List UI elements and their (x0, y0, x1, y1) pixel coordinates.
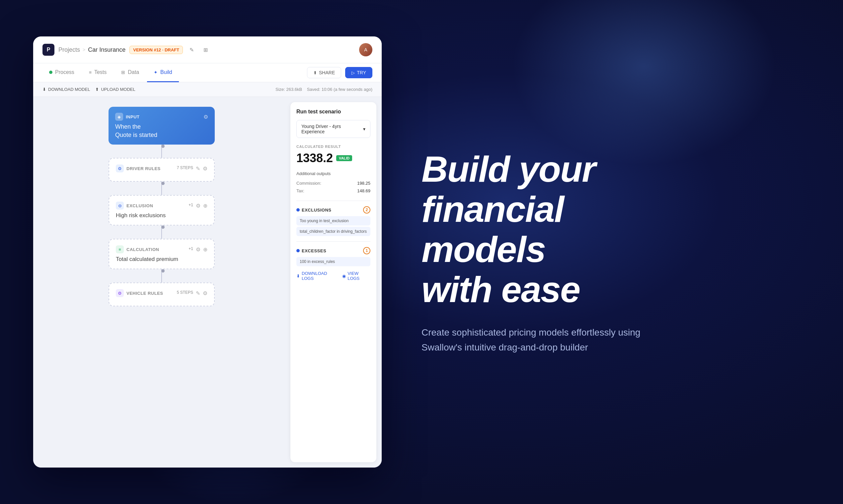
header-left: P Projects > Car Insurance VERSION #12 ·… (42, 44, 211, 56)
input-node[interactable]: ◈ INPUT ⚙ When the Quote is started (108, 107, 215, 145)
excess-item-1: 100 in excess_rules (296, 257, 371, 266)
input-node-icon: ◈ (115, 113, 123, 121)
connector-3 (161, 226, 162, 239)
tax-value: 148.69 (357, 188, 371, 193)
exclusion-actions: +1 ⚙ ⊕ (189, 203, 207, 209)
vehicle-rules-edit-icon[interactable]: ✎ (196, 290, 200, 296)
build-icon: ✦ (154, 70, 158, 75)
calc-add-icon[interactable]: ⊕ (203, 246, 207, 253)
calc-actions: +1 ⚙ ⊕ (189, 246, 207, 253)
exclusion-settings-icon[interactable]: ⚙ (196, 203, 201, 209)
driver-rules-steps: 7 STEPS (177, 165, 193, 172)
headline-line2: financial (422, 189, 564, 230)
scenario-chevron: ▾ (363, 126, 365, 132)
test-panel: Run test scenario Young Driver - 4yrs Ex… (290, 102, 376, 462)
driver-rules-node[interactable]: ⚙ DRIVER RULES 7 STEPS ✎ ⚙ (108, 158, 215, 182)
tab-tests[interactable]: ≡ Tests (82, 63, 114, 82)
tab-tests-label: Tests (94, 69, 106, 75)
headline-line4: with ease (422, 269, 580, 310)
breadcrumb: Projects > Car Insurance (58, 47, 125, 53)
share-button[interactable]: ⬆ SHARE (307, 67, 341, 78)
calculated-value-row: 1338.2 VALID (296, 151, 371, 165)
additional-outputs-title: Additional outputs (296, 171, 371, 176)
vehicle-rules-node[interactable]: ⚙ VEHICLE RULES 5 STEPS ✎ ⚙ (108, 283, 215, 306)
app-window: P Projects > Car Insurance VERSION #12 ·… (33, 36, 382, 468)
exclusion-add-icon[interactable]: ⊕ (203, 203, 207, 209)
exclusion-node-container: ⊖ EXCLUSION +1 ⚙ ⊕ High risk exclusions (108, 195, 215, 226)
connector-dot-1 (161, 145, 165, 148)
tab-data[interactable]: ⊞ Data (115, 63, 146, 82)
input-node-type: INPUT (126, 114, 140, 119)
test-panel-title: Run test scenario (296, 109, 371, 115)
driver-rules-settings-icon[interactable]: ⚙ (203, 165, 207, 172)
breadcrumb-current[interactable]: Car Insurance (88, 47, 125, 53)
excesses-header: EXCESSES 1 (296, 247, 371, 254)
input-settings-icon[interactable]: ⚙ (204, 114, 208, 120)
exclusion-type: EXCLUSION (126, 203, 153, 208)
download-label: DOWNLOAD MODEL (48, 87, 90, 92)
try-button[interactable]: ▷ TRY (345, 67, 372, 78)
output-tax: Tax: 148.69 (296, 187, 371, 195)
download-logs-button[interactable]: ⬇ DOWNLOAD LOGS (296, 271, 338, 281)
process-dot (49, 71, 52, 74)
view-logs-button[interactable]: ◉ VIEW LOGS (342, 271, 371, 281)
more-icon[interactable]: ⊞ (201, 45, 211, 55)
hero-headline: Build your financial models with ease (422, 149, 783, 309)
input-node-title: When the (115, 123, 208, 130)
calculated-number: 1338.2 (296, 151, 333, 165)
tax-label: Tax: (296, 188, 304, 193)
download-logs-icon: ⬇ (296, 273, 300, 278)
result-section: CALCULATED RESULT 1338.2 VALID (296, 145, 371, 165)
exclusion-count: +1 (189, 203, 193, 209)
excesses-label: EXCESSES (302, 248, 326, 253)
exclusions-label: EXCLUSIONS (302, 208, 331, 213)
connector-4 (161, 269, 162, 283)
toolbar-info: Size: 263.6kB Saved: 10:06 (a few second… (275, 87, 372, 92)
edit-icon[interactable]: ✎ (187, 45, 197, 55)
scenario-select[interactable]: Young Driver - 4yrs Experience ▾ (296, 120, 371, 138)
exclusions-count: 2 (363, 206, 371, 214)
saved-time: Saved: 10:06 (a few seconds ago) (307, 87, 372, 92)
scenario-value: Young Driver - 4yrs Experience (302, 124, 363, 134)
vehicle-rules-steps: 5 STEPS (177, 290, 193, 296)
driver-rules-node-container: ⚙ DRIVER RULES 7 STEPS ✎ ⚙ (108, 158, 215, 182)
vehicle-rules-actions: 5 STEPS ✎ ⚙ (177, 290, 207, 296)
tab-process[interactable]: Process (42, 63, 81, 82)
commission-value: 198.25 (357, 181, 371, 186)
vehicle-rules-settings-icon[interactable]: ⚙ (203, 290, 207, 296)
connector-dot-4 (161, 269, 165, 273)
tabs-right: ⬆ SHARE ▷ TRY (307, 67, 372, 78)
calc-count: +1 (189, 246, 193, 253)
input-node-label-row: ◈ INPUT (115, 113, 140, 121)
headline-line3: models (422, 229, 545, 270)
version-badge: VERSION #12 · DRAFT (130, 46, 183, 54)
download-icon: ⬇ (42, 87, 46, 92)
exclusions-dot (296, 208, 300, 212)
file-size: Size: 263.6kB (275, 87, 302, 92)
calc-label-row: ≡ CALCULATION (116, 245, 159, 253)
app-header: P Projects > Car Insurance VERSION #12 ·… (33, 36, 382, 63)
tabs-left: Process ≡ Tests ⊞ Data ✦ Build (42, 63, 179, 82)
calc-settings-icon[interactable]: ⚙ (196, 246, 201, 253)
connector-1 (161, 145, 162, 158)
headline-line1: Build your (422, 148, 596, 189)
share-icon: ⬆ (313, 70, 317, 75)
exclusion-node[interactable]: ⊖ EXCLUSION +1 ⚙ ⊕ High risk exclusions (108, 195, 215, 226)
driver-rules-edit-icon[interactable]: ✎ (196, 165, 200, 172)
exclusions-section: EXCLUSIONS 2 Too young in test_exclusion… (296, 206, 371, 236)
download-model-button[interactable]: ⬇ DOWNLOAD MODEL (42, 87, 90, 92)
calc-title: Total calculated premium (116, 256, 207, 263)
tests-icon: ≡ (89, 70, 91, 75)
calculation-node[interactable]: ≡ CALCULATION +1 ⚙ ⊕ Total calculated pr… (108, 239, 215, 269)
vehicle-rules-icon: ⚙ (116, 289, 124, 297)
exclusion-item-1: Too young in test_exclusion (296, 216, 371, 226)
calculation-node-container: ≡ CALCULATION +1 ⚙ ⊕ Total calculated pr… (108, 239, 215, 269)
commission-label: Commission: (296, 181, 321, 186)
header-right: A (359, 43, 372, 56)
breadcrumb-parent[interactable]: Projects (58, 47, 80, 53)
tab-build[interactable]: ✦ Build (147, 63, 179, 82)
vehicle-rules-label-row: ⚙ VEHICLE RULES (116, 289, 163, 297)
driver-rules-icon: ⚙ (116, 164, 124, 173)
excesses-section: EXCESSES 1 100 in excess_rules (296, 247, 371, 266)
upload-model-button[interactable]: ⬆ UPLOAD MODEL (95, 87, 135, 92)
